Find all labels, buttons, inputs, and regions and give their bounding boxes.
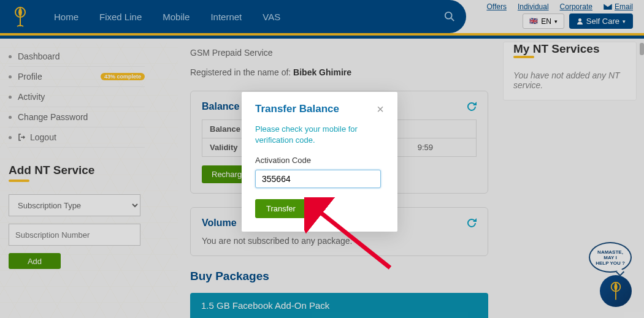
activation-code-label: Activation Code	[255, 156, 384, 165]
modal-hint: Please check your mobile for verificatio…	[255, 124, 384, 146]
activation-code-input[interactable]	[255, 170, 381, 188]
transfer-button[interactable]: Transfer	[255, 199, 307, 218]
transfer-balance-modal: Transfer Balance × Please check your mob…	[242, 92, 397, 232]
modal-title: Transfer Balance	[255, 103, 339, 115]
close-icon[interactable]: ×	[377, 103, 384, 115]
